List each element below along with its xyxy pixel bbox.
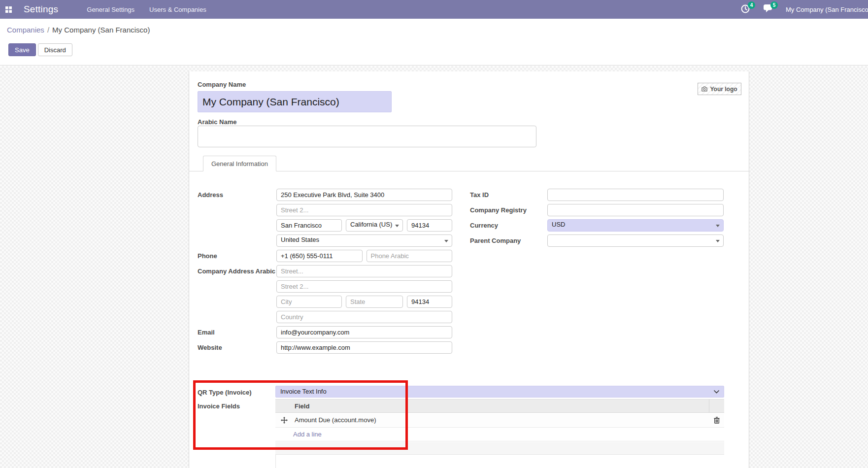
email-input[interactable] [276,326,452,338]
field-column-header[interactable]: Field [293,402,709,410]
breadcrumb-separator: / [47,26,49,34]
phone-input[interactable] [276,250,363,262]
tab-general-information[interactable]: General Information [203,156,276,171]
address-city-row: California (US) [198,219,452,232]
right-field-column: Tax ID Company Registry Currency USD Par… [470,189,724,250]
add-line-row: Add a line [275,428,724,441]
top-navbar: Settings General Settings Users & Compan… [0,0,868,19]
address-street2-row [198,204,452,216]
row-field-value: Amount Due (account.move) [293,416,709,424]
tax-id-input[interactable] [547,189,724,201]
table-footer-row [275,442,724,455]
company-registry-label: Company Registry [470,204,547,216]
table-row[interactable]: Amount Due (account.move) [275,413,724,428]
activity-menu-button[interactable]: 4 [740,4,751,15]
phone-arabic-input[interactable] [367,250,453,262]
breadcrumb-companies-link[interactable]: Companies [7,26,44,34]
topbar-menu: General Settings Users & Companies [86,4,207,15]
country-select-value: United States [281,236,319,243]
arabic-city-row [198,296,452,308]
arabic-street-input[interactable] [276,265,452,277]
caret-down-icon [444,240,448,242]
arabic-country-input[interactable] [276,311,452,323]
email-row: Email [198,326,452,338]
company-name-label: Company Name [198,80,246,89]
email-label: Email [198,326,276,338]
save-button[interactable]: Save [8,43,36,56]
trash-icon [714,417,720,424]
logo-button-label: Your logo [710,86,737,93]
arabic-state-input[interactable] [346,296,403,308]
invoice-fields-label: Invoice Fields [198,401,240,411]
parent-company-row: Parent Company [470,234,724,247]
arabic-street-row: Company Address Arabic [198,265,452,277]
breadcrumb-current: My Company (San Francisco) [52,26,150,34]
phone-label: Phone [198,250,276,262]
city-input[interactable] [276,219,342,232]
add-a-line-link[interactable]: Add a line [275,431,322,438]
messages-badge: 5 [770,1,778,9]
tax-id-label: Tax ID [470,189,547,201]
address-country-row: United States [198,234,452,247]
topbar-right-cluster: 4 5 My Company (San Francisco) [740,0,868,19]
drag-handle[interactable] [275,413,293,427]
delete-row-button[interactable] [709,413,724,427]
currency-row: Currency USD [470,219,724,232]
tax-id-row: Tax ID [470,189,724,201]
actions-column-header [709,400,724,412]
caret-down-icon [395,225,399,227]
address-street-row: Address [198,189,452,201]
phone-row: Phone [198,250,452,262]
arabic-street2-input[interactable] [276,280,452,293]
state-select[interactable]: California (US) [346,219,403,232]
chevron-down-icon [714,390,719,394]
action-buttons: Save Discard [8,43,72,56]
parent-company-select[interactable] [547,234,724,247]
qr-type-label: QR Type (Invoice) [198,388,252,397]
currency-label: Currency [470,219,547,232]
activity-badge: 4 [748,1,755,9]
grid-icon [5,6,12,13]
caret-down-icon [716,225,720,227]
country-select[interactable]: United States [276,234,452,247]
arabic-city-input[interactable] [276,296,342,308]
app-title[interactable]: Settings [24,4,58,15]
company-name-input[interactable] [198,91,392,112]
company-logo-upload-button[interactable]: Your logo [698,83,741,95]
currency-select-value: USD [552,221,565,228]
zip-input[interactable] [407,219,452,232]
discard-button[interactable]: Discard [38,43,72,56]
menu-users-companies[interactable]: Users & Companies [148,4,207,15]
caret-down-icon [716,240,720,242]
table-left-border-tail [275,455,276,468]
qr-type-select-value: Invoice Text Info [280,388,327,395]
table-header-row: Field [275,399,724,413]
address-label: Address [198,189,276,201]
currency-select[interactable]: USD [547,219,724,232]
invoice-fields-table: Field Amount Due (account.move) [275,399,724,455]
arabic-country-row [198,311,452,323]
company-registry-input[interactable] [547,204,724,216]
breadcrumb: Companies/My Company (San Francisco) [7,26,150,34]
street2-input[interactable] [276,204,452,216]
qr-type-select[interactable]: Invoice Text Info [275,386,724,398]
parent-company-label: Parent Company [470,234,547,247]
apps-menu-icon[interactable] [0,0,17,19]
messages-menu-button[interactable]: 5 [763,4,774,15]
move-icon [281,417,288,424]
website-label: Website [198,341,276,354]
arabic-name-input[interactable] [198,126,536,147]
company-switcher[interactable]: My Company (San Francisco) [786,6,868,13]
website-input[interactable] [276,341,452,354]
control-panel: Companies/My Company (San Francisco) Sav… [0,19,868,66]
menu-general-settings[interactable]: General Settings [86,4,135,15]
street-input[interactable] [276,189,452,201]
company-form-sheet: Your logo Company Name Arabic Name Gener… [189,71,749,468]
form-background: Your logo Company Name Arabic Name Gener… [0,66,868,468]
arabic-zip-input[interactable] [407,296,452,308]
company-registry-row: Company Registry [470,204,724,216]
arabic-street2-row [198,280,452,293]
state-select-value: California (US) [350,221,392,228]
camera-icon [701,86,707,92]
company-address-arabic-label: Company Address Arabic [198,265,276,277]
